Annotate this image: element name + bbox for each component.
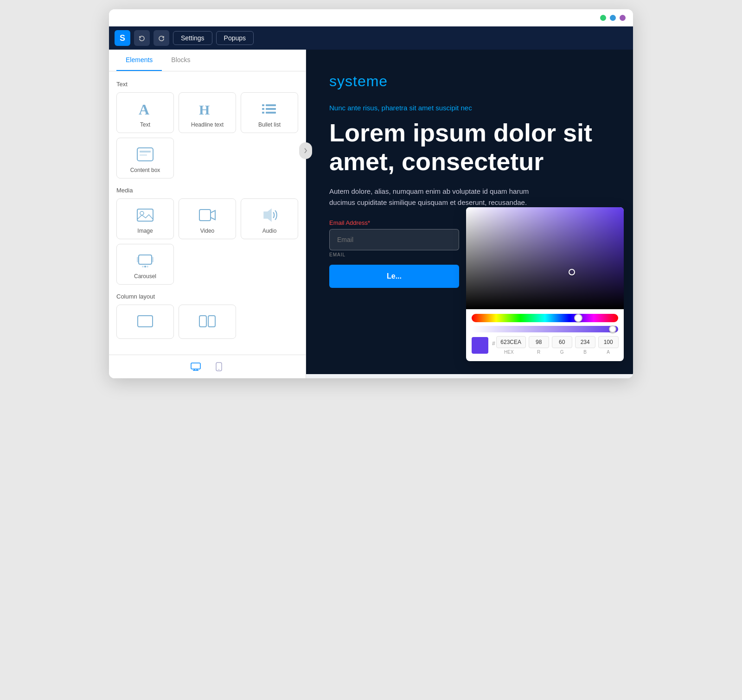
headline-icon: H bbox=[197, 100, 217, 118]
element-audio-label: Audio bbox=[262, 228, 277, 234]
settings-button[interactable]: Settings bbox=[173, 31, 212, 45]
toolbar-logo: S bbox=[115, 30, 130, 46]
element-col-1[interactable] bbox=[116, 305, 174, 339]
color-picker-bottom: # HEX R bbox=[466, 336, 624, 361]
r-label: R bbox=[537, 350, 540, 355]
mobile-icon[interactable] bbox=[212, 360, 226, 374]
color-gradient-area[interactable] bbox=[466, 207, 624, 309]
element-text-label: Text bbox=[140, 121, 150, 128]
scroll-indicator[interactable] bbox=[299, 142, 312, 159]
svg-rect-17 bbox=[152, 257, 154, 262]
g-input[interactable] bbox=[552, 336, 572, 348]
media-elements-grid: Image Video bbox=[116, 198, 298, 285]
svg-rect-2 bbox=[262, 104, 264, 106]
toolbar: S Settings Popups bbox=[109, 26, 633, 50]
traffic-light-green[interactable] bbox=[600, 15, 606, 21]
canvas-headline: Lorem ipsum dolor sit amet, consectetur bbox=[329, 118, 610, 176]
canvas-tagline: Nunc ante risus, pharetra sit amet susci… bbox=[329, 104, 610, 112]
canvas-logo: systeme bbox=[329, 73, 610, 90]
svg-marker-14 bbox=[264, 209, 271, 221]
title-bar bbox=[109, 9, 633, 26]
element-content-box[interactable]: Content box bbox=[116, 138, 174, 178]
element-col-2[interactable] bbox=[179, 305, 236, 339]
tab-elements[interactable]: Elements bbox=[116, 50, 162, 71]
hex-label: HEX bbox=[504, 350, 514, 355]
undo-icon bbox=[138, 34, 146, 42]
r-input[interactable] bbox=[529, 336, 549, 348]
redo-icon bbox=[158, 34, 165, 42]
svg-rect-10 bbox=[140, 154, 147, 156]
a-input[interactable] bbox=[598, 336, 619, 348]
svg-rect-7 bbox=[266, 112, 276, 114]
svg-point-12 bbox=[140, 211, 144, 215]
element-text[interactable]: A Text bbox=[116, 92, 174, 133]
audio-icon bbox=[259, 206, 280, 224]
canvas-cta-button[interactable]: Le... bbox=[329, 265, 459, 288]
popups-button[interactable]: Popups bbox=[216, 31, 254, 45]
sidebar-content: Text A Text bbox=[109, 71, 306, 355]
canvas: systeme Nunc ante risus, pharetra sit am… bbox=[306, 50, 633, 378]
svg-text:H: H bbox=[199, 102, 210, 117]
bullet-list-icon bbox=[259, 100, 280, 118]
svg-rect-16 bbox=[137, 257, 139, 262]
color-values-container: # HEX R bbox=[492, 336, 619, 355]
element-carousel[interactable]: Carousel bbox=[116, 244, 174, 285]
element-image-label: Image bbox=[137, 228, 153, 234]
svg-rect-3 bbox=[266, 104, 276, 106]
section-label-media: Media bbox=[116, 187, 298, 194]
app-shell: S Settings Popups bbox=[109, 26, 633, 378]
b-input[interactable] bbox=[575, 336, 595, 348]
element-headline[interactable]: H Headline text bbox=[179, 92, 236, 133]
element-video[interactable]: Video bbox=[179, 198, 236, 239]
color-hue-bar[interactable] bbox=[472, 314, 618, 322]
svg-rect-13 bbox=[199, 210, 211, 221]
element-bullet-list-label: Bullet list bbox=[258, 121, 281, 128]
carousel-icon bbox=[135, 252, 155, 269]
svg-point-29 bbox=[218, 369, 219, 370]
sidebar-footer bbox=[109, 355, 306, 378]
desktop-icon[interactable] bbox=[189, 360, 203, 374]
col-1-icon bbox=[135, 312, 155, 330]
element-image[interactable]: Image bbox=[116, 198, 174, 239]
undo-button[interactable] bbox=[134, 30, 150, 46]
color-alpha-bar[interactable] bbox=[472, 326, 618, 332]
app-window: S Settings Popups bbox=[109, 9, 633, 378]
svg-point-18 bbox=[142, 266, 144, 267]
sidebar: Elements Blocks Text bbox=[109, 50, 306, 378]
color-picker-handle[interactable] bbox=[569, 269, 575, 275]
svg-rect-22 bbox=[199, 316, 206, 327]
traffic-light-blue[interactable] bbox=[610, 15, 616, 21]
section-label-columns: Column layout bbox=[116, 293, 298, 300]
svg-point-20 bbox=[147, 266, 148, 267]
tab-blocks[interactable]: Blocks bbox=[162, 50, 199, 71]
hue-handle[interactable] bbox=[574, 314, 582, 322]
text-icon: A bbox=[135, 100, 155, 118]
redo-button[interactable] bbox=[154, 30, 169, 46]
section-label-text: Text bbox=[116, 81, 298, 88]
hex-input[interactable] bbox=[496, 336, 526, 348]
svg-rect-24 bbox=[191, 363, 200, 369]
a-label: A bbox=[607, 350, 610, 355]
a-value-group: A bbox=[598, 336, 619, 355]
element-bullet-list[interactable]: Bullet list bbox=[241, 92, 298, 133]
traffic-light-purple[interactable] bbox=[620, 15, 626, 21]
g-value-group: G bbox=[552, 336, 572, 355]
color-gradient[interactable] bbox=[466, 207, 624, 309]
col-2-icon bbox=[197, 312, 217, 330]
alpha-handle[interactable] bbox=[609, 325, 616, 333]
element-content-box-label: Content box bbox=[130, 167, 160, 173]
svg-rect-15 bbox=[139, 255, 152, 264]
svg-rect-5 bbox=[266, 108, 276, 110]
canvas-email-input[interactable] bbox=[329, 229, 459, 250]
color-picker: # HEX R bbox=[466, 207, 624, 361]
hex-value-group: # HEX bbox=[492, 336, 526, 355]
b-value-group: B bbox=[575, 336, 595, 355]
svg-rect-23 bbox=[208, 316, 215, 327]
element-carousel-label: Carousel bbox=[134, 273, 156, 280]
element-audio[interactable]: Audio bbox=[241, 198, 298, 239]
content-box-icon bbox=[135, 146, 155, 163]
element-video-label: Video bbox=[200, 228, 214, 234]
r-value-group: R bbox=[529, 336, 549, 355]
svg-rect-6 bbox=[262, 112, 264, 114]
svg-rect-21 bbox=[138, 316, 153, 327]
